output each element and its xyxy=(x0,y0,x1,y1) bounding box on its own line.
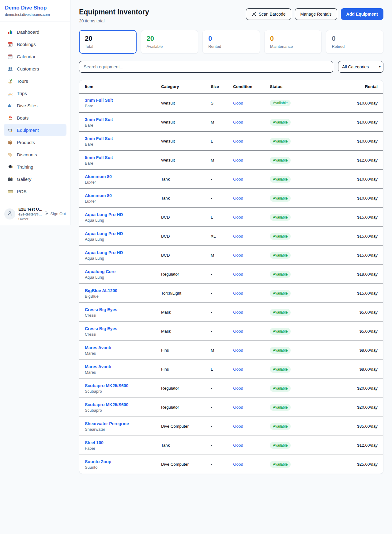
table-row[interactable]: Cressi Big EyesCressiMask-GoodAvailable$… xyxy=(79,322,383,341)
sidebar-item-equipment[interactable]: Equipment xyxy=(4,124,66,136)
item-brand: Suunto xyxy=(85,465,161,470)
table-row[interactable]: Mares AvantiMaresFinsLGoodAvailable$8.00… xyxy=(79,360,383,379)
stat-card-rented[interactable]: 0Rented xyxy=(202,30,260,54)
sidebar-item-discounts[interactable]: Discounts xyxy=(4,148,66,161)
item-name-link[interactable]: 5mm Full Suit xyxy=(85,155,161,160)
item-brand: Bare xyxy=(85,123,161,128)
category-select[interactable]: All Categories xyxy=(338,61,383,73)
table-row[interactable]: Cressi Big EyesCressiMask-GoodAvailable$… xyxy=(79,303,383,322)
manage-rentals-label: Manage Rentals xyxy=(300,12,332,17)
status-badge: Available xyxy=(270,461,291,468)
size-cell: - xyxy=(211,424,233,429)
brand-name[interactable]: Demo Dive Shop xyxy=(5,5,65,11)
search-input[interactable] xyxy=(79,61,333,73)
item-brand: Aqua Lung xyxy=(85,275,161,280)
sidebar-item-calendar[interactable]: Calendar xyxy=(4,50,66,63)
category-cell: Mask xyxy=(161,329,211,334)
sidebar-item-trips[interactable]: Trips xyxy=(4,87,66,99)
item-brand: Luxfer xyxy=(85,180,161,185)
item-name-link[interactable]: 3mm Full Suit xyxy=(85,117,161,122)
sidebar-item-products[interactable]: Products xyxy=(4,136,66,148)
item-name-link[interactable]: Steel 100 xyxy=(85,440,161,445)
stat-card-retired[interactable]: 0Retired xyxy=(326,30,383,54)
sidebar-item-bookings[interactable]: 17Bookings xyxy=(4,38,66,50)
category-cell: Wetsuit xyxy=(161,139,211,143)
status-badge: Available xyxy=(270,271,291,278)
item-cell: Suunto ZoopSuunto xyxy=(85,459,161,470)
manage-rentals-button[interactable]: Manage Rentals xyxy=(295,8,337,20)
add-equipment-button[interactable]: Add Equipment xyxy=(341,8,383,20)
table-row[interactable]: Aluminum 80LuxferTank-GoodAvailable$10.0… xyxy=(79,189,383,208)
sidebar-item-dive-sites[interactable]: Dive Sites xyxy=(4,99,66,112)
sidebar-item-tours[interactable]: Tours xyxy=(4,75,66,87)
column-header-rental: Rental xyxy=(311,84,378,89)
column-header-condition: Condition xyxy=(233,84,270,89)
item-name-link[interactable]: Aluminum 80 xyxy=(85,174,161,179)
avatar xyxy=(4,208,15,219)
item-name-link[interactable]: Aqua Lung Pro HD xyxy=(85,231,161,236)
sidebar-item-boats[interactable]: Boats xyxy=(4,112,66,124)
items-total-subtitle: 20 items total xyxy=(79,18,149,23)
sidebar-item-training[interactable]: Training xyxy=(4,161,66,173)
status-cell: Available xyxy=(270,442,311,449)
sidebar-item-label: Training xyxy=(17,164,33,170)
category-cell: Tank xyxy=(161,177,211,181)
sidebar-item-label: Gallery xyxy=(17,177,32,182)
table-row[interactable]: Aqualung CoreAqua LungRegulator-GoodAvai… xyxy=(79,265,383,284)
table-row[interactable]: Aqua Lung Pro HDAqua LungBCDLGoodAvailab… xyxy=(79,208,383,227)
table-row[interactable]: Aqua Lung Pro HDAqua LungBCDXLGoodAvaila… xyxy=(79,227,383,246)
stat-card-available[interactable]: 20Available xyxy=(141,30,198,54)
stat-card-total[interactable]: 20Total xyxy=(79,30,137,54)
condition-cell: Good xyxy=(233,196,270,200)
table-row[interactable]: 3mm Full SuitBareWetsuitLGoodAvailable$1… xyxy=(79,132,383,151)
table-row[interactable]: Scubapro MK25/S600ScubaproRegulator-Good… xyxy=(79,379,383,398)
item-name-link[interactable]: Cressi Big Eyes xyxy=(85,326,161,331)
table-row[interactable]: Aluminum 80LuxferTank-GoodAvailable$10.0… xyxy=(79,170,383,189)
table-row[interactable]: 5mm Full SuitBareWetsuitMGoodAvailable$1… xyxy=(79,151,383,170)
table-row[interactable]: Mares AvantiMaresFinsMGoodAvailable$8.00… xyxy=(79,341,383,360)
category-cell: Wetsuit xyxy=(161,158,211,162)
item-name-link[interactable]: 3mm Full Suit xyxy=(85,98,161,103)
stat-card-maintenance[interactable]: 0Maintenance xyxy=(264,30,322,54)
item-name-link[interactable]: Shearwater Peregrine xyxy=(85,421,161,426)
item-name-link[interactable]: Aqua Lung Pro HD xyxy=(85,212,161,217)
item-name-link[interactable]: Cressi Big Eyes xyxy=(85,307,161,312)
status-badge: Available xyxy=(270,290,291,297)
stats-row: 20Total20Available0Rented0Maintenance0Re… xyxy=(79,30,383,54)
status-badge: Available xyxy=(270,347,291,354)
item-name-link[interactable]: Aqualung Core xyxy=(85,269,161,274)
sidebar-item-pos[interactable]: POS xyxy=(4,185,66,197)
sign-out-button[interactable]: Sign Out xyxy=(44,211,66,217)
rental-cell: $25.00/day xyxy=(311,462,378,467)
item-name-link[interactable]: Mares Avanti xyxy=(85,364,161,369)
item-name-link[interactable]: Aluminum 80 xyxy=(85,193,161,198)
rental-cell: $10.00/day xyxy=(311,196,378,200)
item-name-link[interactable]: Scubapro MK25/S600 xyxy=(85,383,161,388)
item-name-link[interactable]: Suunto Zoop xyxy=(85,459,161,464)
table-row[interactable]: Scubapro MK25/S600ScubaproRegulator-Good… xyxy=(79,398,383,417)
item-brand: Cressi xyxy=(85,332,161,337)
table-row[interactable]: Shearwater PeregrineShearwaterDive Compu… xyxy=(79,417,383,436)
table-row[interactable]: Suunto ZoopSuuntoDive Computer-GoodAvail… xyxy=(79,455,383,474)
item-brand: Mares xyxy=(85,370,161,375)
table-row[interactable]: BigBlue AL1200BigBlueTorch/Light-GoodAva… xyxy=(79,284,383,303)
item-name-link[interactable]: 3mm Full Suit xyxy=(85,136,161,141)
item-name-link[interactable]: Mares Avanti xyxy=(85,345,161,350)
sidebar-item-gallery[interactable]: Gallery xyxy=(4,173,66,185)
table-row[interactable]: Aqua Lung Pro HDAqua LungBCDMGoodAvailab… xyxy=(79,246,383,265)
scan-barcode-button[interactable]: Scan Barcode xyxy=(246,8,291,20)
item-name-link[interactable]: Aqua Lung Pro HD xyxy=(85,250,161,255)
user-section: E2E Test U... e2e-tester@... Owner Sign … xyxy=(0,203,70,225)
rental-cell: $10.00/day xyxy=(311,120,378,124)
status-cell: Available xyxy=(270,119,311,126)
sidebar-item-customers[interactable]: Customers xyxy=(4,63,66,75)
stat-value: 20 xyxy=(85,35,131,43)
table-row[interactable]: 3mm Full SuitBareWetsuitMGoodAvailable$1… xyxy=(79,113,383,132)
sidebar-item-dashboard[interactable]: Dashboard xyxy=(4,26,66,38)
item-name-link[interactable]: BigBlue AL1200 xyxy=(85,288,161,293)
rental-cell: $5.00/day xyxy=(311,310,378,315)
table-row[interactable]: Steel 100FaberTank-GoodAvailable$12.00/d… xyxy=(79,436,383,455)
add-equipment-label: Add Equipment xyxy=(346,12,378,17)
table-row[interactable]: 3mm Full SuitBareWetsuitSGoodAvailable$1… xyxy=(79,93,383,113)
item-name-link[interactable]: Scubapro MK25/S600 xyxy=(85,402,161,407)
